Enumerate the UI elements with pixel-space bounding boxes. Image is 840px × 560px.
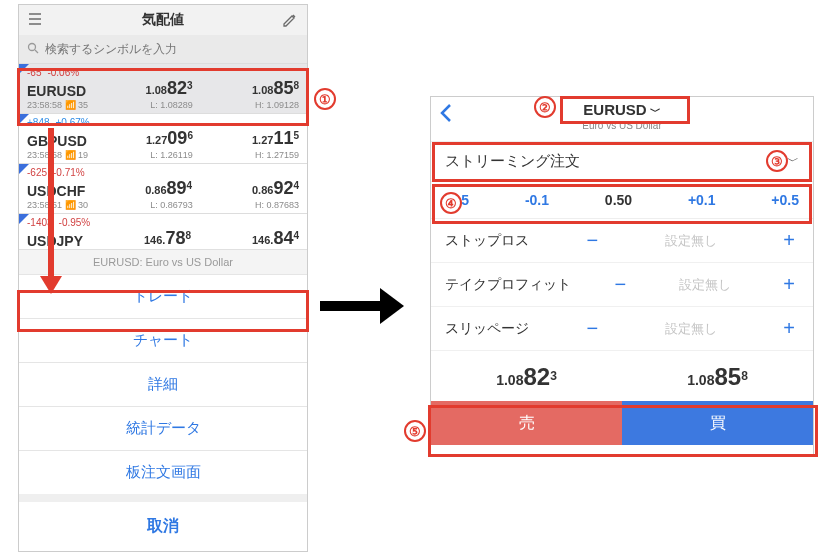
order-prices: 1.08823 1.08858	[431, 351, 813, 401]
ask-price: 1.27115	[252, 128, 299, 149]
order-symbol[interactable]: EURUSD﹀	[582, 101, 661, 119]
sheet-trade[interactable]: トレード	[19, 274, 307, 318]
callout-number: ③	[766, 150, 788, 172]
takeprofit-value[interactable]: 設定無し	[670, 276, 740, 294]
vol-plus-5[interactable]: +0.5	[771, 192, 799, 208]
stoploss-value[interactable]: 設定無し	[656, 232, 726, 250]
quotes-title: 気配値	[142, 11, 184, 29]
order-panel: EURUSD﹀ Euro vs US Dollar ストリーミング注文 ﹀ -0…	[430, 96, 814, 456]
triangle-icon	[19, 164, 29, 174]
sell-button[interactable]: 売	[431, 401, 622, 445]
vol-plus-1[interactable]: +0.1	[688, 192, 716, 208]
chevron-down-icon: ﹀	[650, 105, 661, 117]
ask-price: 1.08858	[252, 78, 299, 99]
order-header: EURUSD﹀ Euro vs US Dollar	[431, 97, 813, 141]
change-pct: -0.06%	[47, 67, 79, 78]
bid-price: 146.788	[144, 228, 191, 249]
bid-price: 1.08823	[496, 363, 557, 391]
quote-low: L: 1.08289	[150, 100, 193, 110]
quote-list: -65 -0.06% EURUSD 1.08823 1.08858 23:58:…	[19, 63, 307, 252]
symbol-label: EURUSD	[27, 83, 86, 99]
plus-button[interactable]: +	[779, 229, 799, 252]
order-type-label: ストリーミング注文	[445, 152, 580, 171]
bid-price: 0.86894	[145, 178, 192, 199]
ask-price: 0.86924	[252, 178, 299, 199]
takeprofit-row: テイクプロフィット − 設定無し +	[431, 263, 813, 307]
quote-row[interactable]: -625 -0.71% USDCHF 0.86894 0.86924 23:58…	[19, 163, 307, 213]
quote-low: L: 0.86793	[150, 200, 193, 210]
sheet-title: EURUSD: Euro vs US Dollar	[19, 249, 307, 274]
quote-high: H: 1.27159	[255, 150, 299, 160]
vol-minus-1[interactable]: -0.1	[525, 192, 549, 208]
symbol-search-input[interactable]	[45, 42, 299, 56]
change-pct: -0.95%	[59, 217, 91, 228]
plus-button[interactable]: +	[779, 273, 799, 296]
slippage-row: スリッページ − 設定無し +	[431, 307, 813, 351]
buy-button[interactable]: 買	[622, 401, 813, 445]
edit-icon[interactable]	[281, 11, 299, 30]
bid-price: 1.27096	[146, 128, 193, 149]
quote-row[interactable]: -1403 -0.95% USDJPY 146.788 146.844	[19, 213, 307, 252]
sheet-details[interactable]: 詳細	[19, 362, 307, 406]
triangle-icon	[19, 114, 29, 124]
takeprofit-label: テイクプロフィット	[445, 276, 571, 294]
quote-row[interactable]: +848 +0.67% GBPUSD 1.27096 1.27115 23:58…	[19, 113, 307, 163]
callout-number: ②	[534, 96, 556, 118]
sheet-stats[interactable]: 統計データ	[19, 406, 307, 450]
arrow-right-icon	[320, 286, 410, 326]
back-button[interactable]	[439, 103, 453, 129]
svg-point-3	[29, 43, 36, 50]
callout-number: ⑤	[404, 420, 426, 442]
ask-price: 146.844	[252, 228, 299, 249]
stoploss-row: ストップロス − 設定無し +	[431, 219, 813, 263]
bid-price: 1.08823	[146, 78, 193, 99]
minus-button[interactable]: −	[582, 229, 602, 252]
search-icon	[27, 42, 39, 57]
triangle-icon	[19, 214, 29, 224]
action-sheet: EURUSD: Euro vs US Dollar トレード チャート 詳細 統…	[19, 249, 307, 551]
slippage-label: スリッページ	[445, 320, 529, 338]
change-abs: +848	[27, 117, 50, 128]
stoploss-label: ストップロス	[445, 232, 529, 250]
sheet-chart[interactable]: チャート	[19, 318, 307, 362]
quote-time: 23:58:58 📶 35	[27, 100, 88, 110]
callout-number: ①	[314, 88, 336, 110]
chevron-down-icon: ﹀	[787, 153, 799, 170]
change-pct: +0.67%	[56, 117, 90, 128]
order-buttons: 売 買	[431, 401, 813, 445]
volume-stepper: -0.5 -0.1 0.50 +0.1 +0.5	[431, 181, 813, 219]
minus-button[interactable]: −	[610, 273, 630, 296]
list-icon[interactable]	[27, 12, 45, 29]
order-subtitle: Euro vs US Dollar	[582, 120, 661, 131]
ask-price: 1.08858	[687, 363, 748, 391]
sheet-dom[interactable]: 板注文画面	[19, 450, 307, 494]
arrow-down-icon	[43, 128, 61, 298]
svg-line-4	[35, 50, 38, 53]
order-type-select[interactable]: ストリーミング注文 ﹀	[431, 141, 813, 181]
sheet-cancel[interactable]: 取消	[19, 494, 307, 551]
quotes-topbar: 気配値	[19, 5, 307, 35]
quote-row[interactable]: -65 -0.06% EURUSD 1.08823 1.08858 23:58:…	[19, 63, 307, 113]
symbol-search[interactable]	[19, 35, 307, 63]
slippage-value[interactable]: 設定無し	[656, 320, 726, 338]
quote-high: H: 1.09128	[255, 100, 299, 110]
plus-button[interactable]: +	[779, 317, 799, 340]
callout-number: ④	[440, 192, 462, 214]
change-abs: -65	[27, 67, 41, 78]
quote-high: H: 0.87683	[255, 200, 299, 210]
minus-button[interactable]: −	[582, 317, 602, 340]
triangle-icon	[19, 64, 29, 74]
vol-qty[interactable]: 0.50	[605, 192, 632, 208]
quote-low: L: 1.26119	[150, 150, 193, 160]
